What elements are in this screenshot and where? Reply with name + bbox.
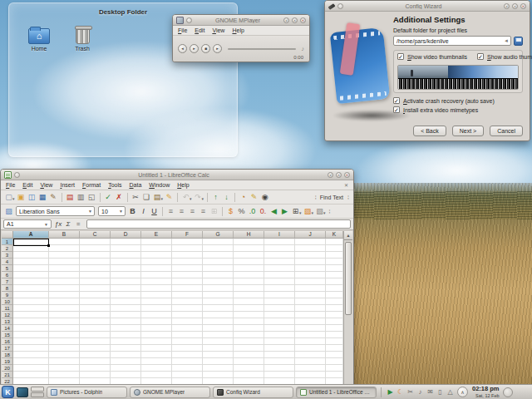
cell-e19[interactable] [141, 358, 172, 365]
sum-icon[interactable]: Σ [63, 219, 73, 229]
desktop-icon-home[interactable]: ⌂ Home [21, 28, 57, 52]
cell-c21[interactable] [80, 372, 111, 378]
cell-c18[interactable] [80, 352, 111, 358]
row-header-1[interactable]: 1 [2, 239, 13, 245]
crescent-tray-icon[interactable]: ☾ [396, 387, 405, 398]
align-center-icon[interactable]: ≡ [176, 206, 187, 217]
cell-g14[interactable] [203, 325, 234, 332]
cell-i8[interactable] [264, 285, 295, 292]
cell-e14[interactable] [141, 325, 172, 332]
cell-b7[interactable] [49, 278, 80, 285]
name-box[interactable]: A1▼ [3, 219, 52, 229]
cell-e21[interactable] [141, 372, 172, 378]
cell-c4[interactable] [80, 259, 111, 265]
cell-e17[interactable] [141, 345, 172, 352]
cell-i17[interactable] [264, 345, 295, 352]
mplayer-menu-edit[interactable]: Edit [195, 27, 204, 33]
cell-h15[interactable] [234, 332, 264, 338]
cell-j16[interactable] [295, 338, 326, 345]
cell-f17[interactable] [172, 345, 203, 352]
cell-d5[interactable] [111, 265, 141, 272]
column-header-a[interactable]: A [13, 231, 49, 239]
cell-k10[interactable] [326, 298, 343, 305]
cell-i16[interactable] [264, 338, 295, 345]
cell-e16[interactable] [141, 338, 172, 345]
cell-i12[interactable] [264, 312, 295, 318]
mplayer-menu-file[interactable]: File [178, 27, 187, 33]
cell-g2[interactable] [203, 245, 234, 252]
cell-d12[interactable] [111, 312, 141, 318]
spelling-icon[interactable]: ✓ [103, 192, 114, 203]
row-header-5[interactable]: 5 [2, 265, 13, 272]
pager-desktop-1[interactable] [31, 387, 44, 392]
cell-i21[interactable] [264, 372, 295, 378]
cell-k16[interactable] [326, 338, 343, 345]
cell-h3[interactable] [234, 252, 264, 259]
desktop-pager[interactable] [31, 387, 44, 397]
browse-folder-icon[interactable] [514, 37, 523, 46]
next-button[interactable]: ▸ [213, 44, 222, 53]
save-as-icon[interactable]: ▦ [37, 192, 48, 203]
calc-close-button[interactable]: ✕ [344, 172, 350, 178]
cell-k11[interactable] [326, 305, 343, 312]
scroll-up-icon[interactable]: ▲ [344, 231, 352, 240]
cell-f11[interactable] [172, 305, 203, 312]
cell-a19[interactable] [13, 358, 49, 365]
row-header-16[interactable]: 16 [2, 338, 13, 345]
cell-b5[interactable] [49, 265, 80, 272]
cell-a8[interactable] [13, 285, 49, 292]
cell-i1[interactable] [264, 239, 295, 245]
calc-menu-file[interactable]: File [6, 182, 15, 188]
row-header-17[interactable]: 17 [2, 345, 13, 352]
cell-b21[interactable] [49, 372, 80, 378]
cell-e8[interactable] [141, 285, 172, 292]
cell-d19[interactable] [111, 358, 141, 365]
cell-e5[interactable] [141, 265, 172, 272]
cell-i6[interactable] [264, 272, 295, 278]
play-button[interactable]: ▸ [190, 44, 199, 53]
cell-b4[interactable] [49, 259, 80, 265]
cell-i20[interactable] [264, 365, 295, 372]
taskbar-task-libreoffice-calc[interactable]: Untitled 1 - LibreOffice Calc [296, 387, 377, 398]
bold-icon[interactable]: B [127, 206, 138, 217]
cell-f5[interactable] [172, 265, 203, 272]
cell-g19[interactable] [203, 358, 234, 365]
calc-menu-view[interactable]: View [40, 182, 52, 188]
checkbox-icon[interactable]: ✓ [393, 97, 400, 104]
calc-titlebar[interactable]: Untitled 1 - LibreOffice Calc ∨ ∧ ✕ [1, 170, 353, 180]
row-header-8[interactable]: 8 [2, 285, 13, 292]
show-desktop-icon[interactable] [17, 387, 28, 397]
cell-j5[interactable] [295, 265, 326, 272]
cell-a2[interactable] [13, 245, 49, 252]
column-header-h[interactable]: H [234, 231, 264, 239]
panel-cashew-icon[interactable] [504, 387, 513, 397]
row-header-21[interactable]: 21 [2, 372, 13, 378]
cell-d2[interactable] [111, 245, 141, 252]
cell-i14[interactable] [264, 325, 295, 332]
cell-c8[interactable] [80, 285, 111, 292]
device-notifier-tray-icon[interactable]: ▯ [436, 387, 445, 398]
cell-d10[interactable] [111, 298, 141, 305]
cell-b12[interactable] [49, 312, 80, 318]
cell-a4[interactable] [13, 259, 49, 265]
delete-decimal-icon[interactable]: 0. [258, 206, 268, 217]
cell-h17[interactable] [234, 345, 264, 352]
cell-b15[interactable] [49, 332, 80, 338]
volume-icon[interactable]: ♪ [302, 46, 305, 52]
paste-icon[interactable]: ▤ [152, 192, 163, 203]
background-color-icon[interactable]: ▨ [303, 206, 313, 217]
calc-menu-tools[interactable]: Tools [108, 182, 121, 188]
cell-a13[interactable] [13, 318, 49, 325]
cell-d16[interactable] [111, 338, 141, 345]
column-header-k[interactable]: K [326, 231, 343, 239]
export-pdf-icon[interactable]: ▤ [65, 192, 76, 203]
cell-f3[interactable] [172, 252, 203, 259]
cell-k21[interactable] [326, 372, 343, 378]
vertical-scrollbar[interactable]: ▲ [343, 231, 352, 391]
column-header-b[interactable]: B [49, 231, 80, 239]
cell-j17[interactable] [295, 345, 326, 352]
calc-menu-window[interactable]: Window [149, 182, 170, 188]
font-name-combo[interactable]: Liberation Sans▼ [16, 206, 95, 216]
cell-f13[interactable] [172, 318, 203, 325]
cell-d13[interactable] [111, 318, 141, 325]
